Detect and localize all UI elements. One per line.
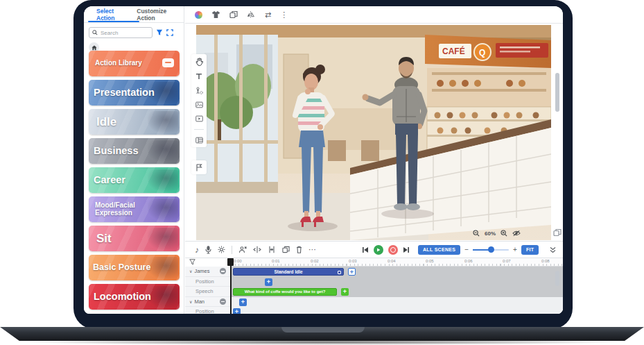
timeline-ruler[interactable]: 0:00 0:01 0:02 0:03 0:04 0:05 0:06 0:07 … — [231, 258, 563, 267]
delete-icon[interactable] — [296, 246, 302, 253]
clip-standard-idle[interactable]: Standard Idle — [233, 268, 344, 276]
slider-knob[interactable] — [488, 246, 494, 253]
track-mute-button[interactable] — [220, 298, 226, 305]
more-menu-icon[interactable]: ⋮ — [280, 11, 288, 19]
expand-icon[interactable] — [166, 29, 173, 36]
mirror-icon[interactable] — [247, 10, 256, 19]
effects-icon[interactable] — [218, 246, 225, 253]
playhead[interactable] — [230, 258, 232, 314]
category-thumbnail — [148, 169, 178, 192]
zoom-in-icon[interactable] — [501, 230, 507, 237]
category-card-basic-posture[interactable]: Basic Posture — [89, 255, 180, 280]
more-tools-icon[interactable]: ⋯ — [308, 246, 316, 253]
clip-speech[interactable]: What kind of coffe would you like to get… — [233, 288, 337, 296]
tab-customize-action[interactable]: Customize Action — [132, 8, 184, 22]
chevron-down-icon[interactable]: ∨ — [189, 299, 192, 304]
category-card-career[interactable]: Career — [89, 167, 180, 193]
hand-tool-icon[interactable] — [195, 58, 203, 66]
category-card-action-library[interactable]: Action Library — [89, 51, 180, 76]
text-tool-icon[interactable] — [195, 73, 202, 80]
swap-icon[interactable]: ⇄ — [265, 11, 271, 19]
image-tool-icon[interactable] — [195, 101, 203, 108]
duplicate-clip-icon[interactable] — [282, 246, 290, 253]
ruler-label: 0:03 — [349, 259, 357, 263]
search-input[interactable]: Search — [89, 27, 153, 38]
ruler-label: 0:08 — [541, 259, 550, 263]
category-label: Idle — [89, 116, 116, 128]
track-label-position-2[interactable]: Position — [185, 307, 231, 314]
skip-end-icon[interactable] — [403, 246, 410, 253]
filter-icon[interactable] — [156, 29, 163, 36]
category-card-business[interactable]: Business — [89, 138, 180, 164]
cafe-sign-text: CAFÉ — [442, 46, 465, 56]
trim-end-icon[interactable] — [268, 246, 276, 253]
track-label-speech[interactable]: Speech — [185, 287, 231, 297]
track-name: Speech — [195, 288, 213, 294]
duplicate-icon[interactable] — [229, 10, 238, 19]
add-action-button[interactable]: + — [348, 268, 356, 276]
category-label: Locomotion — [89, 292, 151, 302]
category-label: Business — [89, 146, 138, 156]
track-mute-button[interactable] — [220, 268, 226, 274]
scene-viewport[interactable]: CAFÉ Q — [196, 25, 551, 240]
category-card-sit[interactable]: Sit — [89, 226, 180, 251]
fit-button[interactable]: FIT — [521, 245, 539, 255]
add-position-button[interactable]: + — [265, 278, 272, 286]
category-card-mood-facial-expression[interactable]: Mood/Facial Expression — [89, 196, 180, 222]
playhead-handle[interactable] — [227, 258, 234, 266]
skip-start-icon[interactable] — [362, 246, 369, 253]
microphone-icon[interactable] — [205, 246, 211, 254]
track-label-man[interactable]: ∨ Man — [185, 297, 231, 308]
track-name: Position — [195, 278, 214, 285]
library-drawer-icon — [162, 58, 174, 67]
add-man-action-button[interactable]: + — [239, 298, 247, 306]
record-stop-button[interactable] — [388, 245, 398, 255]
clip-label: Standard Idle — [274, 269, 302, 274]
outfit-icon[interactable] — [211, 10, 220, 19]
video-tool-icon[interactable] — [195, 115, 203, 122]
sidebar-tabs: Select Action Customize Action — [84, 6, 184, 23]
character-mute-icon[interactable] — [238, 246, 247, 254]
timeline-zoom-slider[interactable] — [473, 249, 509, 251]
active-tab-indicator — [88, 21, 139, 23]
category-card-locomotion[interactable]: Locomotion — [89, 284, 180, 310]
laptop-notch — [281, 327, 365, 333]
flag-tool[interactable] — [191, 160, 207, 174]
timeline-zoom-out[interactable]: − — [464, 246, 469, 253]
avatar-color-icon[interactable] — [195, 11, 202, 19]
duplicate-view-icon[interactable] — [553, 228, 562, 237]
audio-icon[interactable]: ♪ — [195, 246, 199, 254]
collapse-timeline-icon[interactable] — [550, 246, 556, 253]
lane-position[interactable] — [231, 277, 563, 287]
category-card-idle[interactable]: Idle — [89, 109, 180, 135]
timeline-zoom-in[interactable]: + — [513, 246, 517, 253]
pose-tool-icon[interactable] — [195, 87, 203, 94]
category-thumbnail — [148, 286, 178, 308]
tools-divider — [232, 246, 232, 254]
timeline-scrollbar[interactable] — [555, 271, 559, 286]
play-button[interactable] — [374, 245, 383, 255]
storyboard-tool-icon[interactable] — [195, 137, 203, 144]
tab-select-action[interactable]: Select Action — [92, 8, 132, 22]
page-background: Select Action Customize Action Search — [0, 0, 644, 345]
hide-ui-icon[interactable] — [512, 230, 521, 237]
category-card-presentation[interactable]: Presentation — [89, 80, 180, 106]
track-lanes: Standard Idle + + What kind of coffe wou… — [231, 267, 563, 314]
viewport-scrollbar[interactable] — [555, 73, 559, 112]
lane-position-2[interactable] — [231, 307, 563, 314]
chevron-down-icon[interactable]: ∨ — [189, 269, 192, 274]
track-label-position[interactable]: Position — [185, 277, 231, 287]
track-label-james[interactable]: ∨ James — [185, 267, 231, 277]
add-speech-button[interactable]: + — [341, 288, 349, 296]
category-list: Action Library Presentation Idle Busines… — [89, 51, 180, 313]
category-thumbnail — [148, 257, 178, 279]
category-thumbnail — [148, 140, 178, 162]
transport-bar: ♪ — [185, 241, 563, 258]
track-filter-icon[interactable] — [189, 259, 195, 265]
all-scenes-button[interactable]: ALL SCENES — [418, 245, 460, 255]
ruler-label: 0:05 — [426, 259, 434, 263]
trim-start-icon[interactable] — [253, 246, 261, 253]
zoom-out-icon[interactable] — [473, 230, 480, 237]
lane-man[interactable] — [231, 297, 563, 308]
add-man-position-button[interactable]: + — [233, 308, 241, 314]
